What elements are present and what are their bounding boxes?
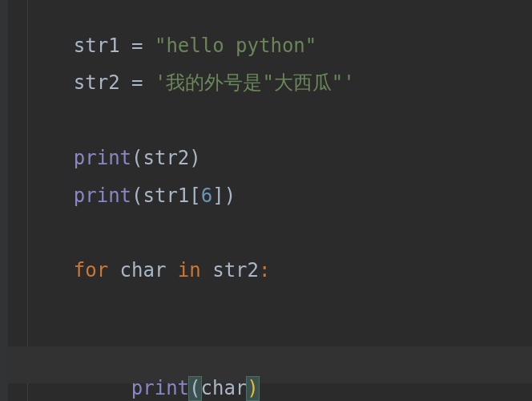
token-variable: char — [120, 259, 167, 282]
code-line-6[interactable]: print(char) — [85, 354, 259, 401]
token-builtin: print — [74, 184, 131, 207]
token-bracket-close: ] — [212, 184, 224, 207]
token-paren-open: ( — [131, 184, 143, 207]
matched-paren-open: ( — [189, 377, 200, 400]
token-space — [108, 259, 119, 282]
token-variable: char — [201, 377, 248, 399]
code-line-2[interactable]: str2 = '我的外号是"大西瓜"' — [27, 48, 355, 117]
code-line-5[interactable]: for char in str2: — [27, 236, 270, 305]
code-line-4[interactable]: print(str1[6]) — [27, 161, 236, 230]
token-operator: = — [120, 71, 155, 94]
token-number: 6 — [201, 184, 212, 207]
token-colon: : — [259, 259, 270, 282]
token-string: '我的外号是"大西瓜"' — [155, 71, 355, 94]
editor-gutter — [0, 0, 8, 401]
token-paren-close: ) — [224, 184, 236, 207]
token-variable: str2 — [212, 259, 259, 282]
token-variable: str1 — [143, 184, 190, 207]
code-editor[interactable]: str1 = "hello python" str2 = '我的外号是"大西瓜"… — [0, 0, 532, 401]
token-keyword-for: for — [74, 259, 108, 282]
token-builtin: print — [131, 377, 189, 399]
token-variable: str2 — [74, 71, 120, 94]
token-bracket-open: [ — [189, 184, 200, 207]
token-space — [201, 259, 212, 282]
token-keyword-in: in — [178, 259, 201, 282]
matched-paren-close: ) — [247, 377, 258, 400]
token-space — [166, 259, 177, 282]
